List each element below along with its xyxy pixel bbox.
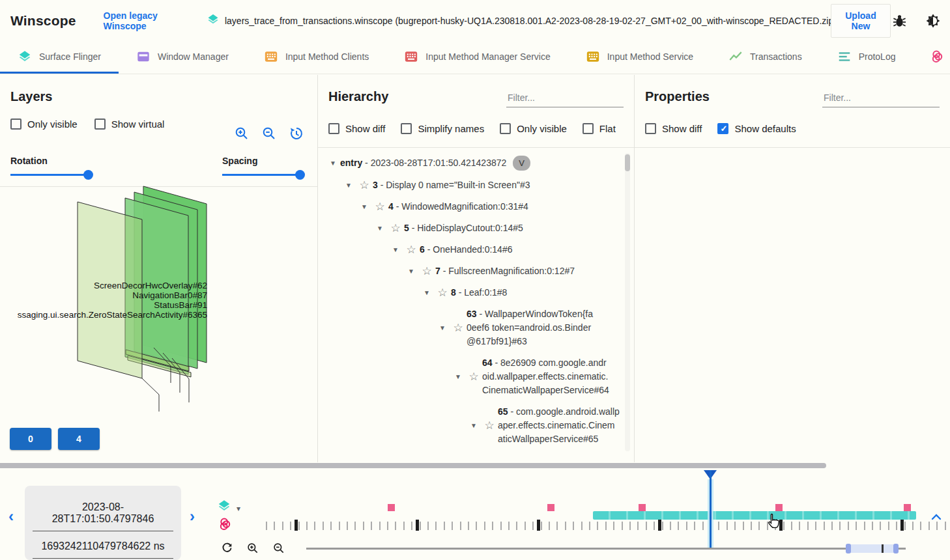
tab-surface-flinger[interactable]: Surface Flinger — [0, 42, 119, 74]
expand-arrow-icon[interactable]: ▼ — [451, 373, 465, 380]
prev-entry-arrow[interactable]: ‹ — [8, 509, 14, 524]
properties-filter-input[interactable] — [822, 91, 940, 107]
only-visible-checkbox[interactable]: Only visible — [500, 123, 567, 134]
star-icon[interactable]: ☆ — [418, 264, 435, 278]
zoom-in-icon[interactable] — [234, 126, 250, 141]
display-button-4[interactable]: 4 — [58, 428, 100, 450]
checkbox-box[interactable] — [10, 119, 22, 130]
expand-arrow-icon[interactable]: ▼ — [404, 268, 418, 275]
expand-arrow-icon[interactable]: ▼ — [326, 160, 340, 167]
timeline-zoom-out-icon[interactable] — [272, 542, 285, 557]
chevron-down-icon[interactable]: ▾ — [237, 504, 240, 513]
simplify-names-checkbox[interactable]: Simplify names — [401, 123, 484, 134]
tree-node[interactable]: ▼☆3 - Display 0 name="Built-in Screen"#3 — [323, 175, 620, 196]
timeline-cursor-line[interactable] — [710, 470, 712, 550]
zoom-range-handle-left[interactable] — [846, 544, 851, 553]
layer-label[interactable]: ssaging.ui.search.ZeroStateSearchActivit… — [9, 310, 207, 320]
timeline-zoom-in-icon[interactable] — [246, 542, 259, 557]
refresh-zoom-icon[interactable] — [220, 541, 234, 557]
only-visible-checkbox[interactable]: Only visible — [10, 119, 78, 130]
show-virtual-checkbox[interactable]: Show virtual — [94, 119, 165, 130]
checkbox-box[interactable] — [717, 123, 728, 134]
tab-window-manager[interactable]: Window Manager — [119, 42, 246, 74]
transition-marker[interactable] — [775, 504, 783, 511]
tab-input-method-clients[interactable]: Input Method Clients — [246, 42, 386, 74]
tab-transitions[interactable]: Transitions — [913, 42, 950, 74]
tab-input-method-service[interactable]: Input Method Service — [568, 42, 711, 74]
reset-view-icon[interactable] — [289, 126, 304, 141]
checkbox-box[interactable] — [94, 119, 106, 130]
layers-panel: Layers Only visible Show virtual — [0, 75, 317, 462]
expand-arrow-icon[interactable]: ▼ — [373, 225, 387, 232]
tab-input-method-manager-service[interactable]: Input Method Manager Service — [386, 42, 568, 74]
display-button-0[interactable]: 0 — [10, 428, 51, 450]
tree-node[interactable]: ▼☆7 - FullscreenMagnification:0:12#7 — [323, 260, 620, 282]
layer-label[interactable]: StatusBar#91 — [9, 300, 207, 310]
star-icon[interactable]: ☆ — [481, 419, 498, 432]
keyboard-icon — [586, 49, 600, 64]
star-icon[interactable]: ☆ — [387, 221, 404, 235]
tree-node[interactable]: ▼☆5 - HideDisplayCutout:0:14#5 — [323, 217, 620, 239]
scrollbar-thumb[interactable] — [625, 154, 630, 171]
bug-report-icon[interactable] — [892, 14, 907, 29]
transitions-trace-icon[interactable] — [218, 517, 233, 534]
transition-marker[interactable] — [388, 504, 395, 511]
star-icon[interactable]: ☆ — [434, 286, 451, 300]
spacing-slider[interactable]: Spacing — [222, 156, 307, 176]
star-icon[interactable]: ☆ — [450, 321, 467, 335]
checkbox-box[interactable] — [401, 123, 412, 134]
tree-node-label: 8 - Leaf:0:1#8 — [451, 286, 507, 300]
show-defaults-checkbox[interactable]: Show defaults — [717, 123, 796, 134]
horizontal-scrollbar[interactable] — [0, 463, 826, 468]
timestamp-box: 2023-08-28T17:01:50.4797846 169324211047… — [25, 486, 181, 560]
rotation-slider[interactable]: Rotation — [10, 156, 95, 176]
hierarchy-filter-input[interactable] — [506, 91, 624, 107]
star-icon[interactable]: ☆ — [356, 178, 373, 192]
checkbox-box[interactable] — [583, 123, 594, 134]
star-icon[interactable]: ☆ — [371, 200, 388, 214]
timestamp-human-field[interactable]: 2023-08-28T17:01:50.4797846 — [33, 492, 173, 531]
next-entry-arrow[interactable]: › — [190, 509, 195, 524]
dark-mode-toggle-icon[interactable] — [925, 13, 941, 29]
transition-marker[interactable] — [639, 504, 646, 511]
tree-node[interactable]: ▼☆6 - OneHanded:0:14#6 — [323, 239, 620, 260]
checkbox-box[interactable] — [328, 123, 339, 134]
show-diff-checkbox[interactable]: Show diff — [328, 123, 385, 134]
tab-transactions[interactable]: Transactions — [711, 42, 820, 74]
layer-label[interactable]: ScreenDecorHwcOverlay#62 — [9, 281, 207, 290]
expand-arrow-icon[interactable]: ▼ — [357, 203, 371, 210]
hierarchy-scrollbar[interactable] — [625, 153, 630, 451]
zoom-range-selection[interactable] — [847, 544, 897, 553]
expand-arrow-icon[interactable]: ▼ — [435, 324, 450, 331]
tree-node[interactable]: ▼entry - 2023-08-28T17:01:50.421423872 V — [323, 152, 620, 175]
show-diff-checkbox[interactable]: Show diff — [645, 123, 702, 134]
transition-marker[interactable] — [904, 504, 911, 511]
expand-arrow-icon[interactable]: ▼ — [420, 289, 434, 296]
tree-node[interactable]: ▼☆64 - 8e26909 com.google.android.wallpa… — [323, 352, 620, 401]
surface-flinger-trace-icon[interactable] — [217, 499, 231, 516]
checkbox-box[interactable] — [500, 123, 511, 134]
transition-marker[interactable] — [547, 504, 554, 511]
layer-label[interactable]: NavigationBar0#87 — [9, 290, 207, 300]
layers-3d-view[interactable] — [0, 177, 317, 462]
collapse-timeline-icon[interactable] — [930, 512, 942, 524]
timestamp-ns-field[interactable]: 1693242110479784622 ns — [33, 531, 173, 559]
checkbox-box[interactable] — [645, 123, 656, 134]
expand-arrow-icon[interactable]: ▼ — [388, 246, 403, 253]
tree-node[interactable]: ▼☆4 - WindowedMagnification:0:31#4 — [323, 196, 620, 217]
expand-arrow-icon[interactable]: ▼ — [467, 422, 481, 429]
upload-new-button[interactable]: Upload New — [831, 4, 891, 38]
tree-node[interactable]: ▼☆63 - WallpaperWindowToken{fa0eef6 toke… — [323, 303, 620, 352]
expand-arrow-icon[interactable]: ▼ — [341, 182, 356, 189]
open-legacy-link[interactable]: Open legacy Winscope — [104, 10, 183, 31]
zoom-range-handle-right[interactable] — [893, 544, 899, 553]
star-icon[interactable]: ☆ — [403, 243, 420, 257]
tree-node[interactable]: ▼☆8 - Leaf:0:1#8 — [323, 282, 620, 303]
tree-node[interactable]: ▼☆65 - com.google.android.wallpaper.effe… — [323, 401, 620, 450]
flat-checkbox[interactable]: Flat — [583, 123, 616, 134]
zoom-out-icon[interactable] — [261, 126, 277, 141]
zoom-range-track[interactable] — [306, 548, 906, 550]
surface-flinger-trace-blocks[interactable] — [593, 511, 916, 520]
tab-protolog[interactable]: ProtoLog — [820, 42, 914, 74]
star-icon[interactable]: ☆ — [465, 370, 482, 384]
